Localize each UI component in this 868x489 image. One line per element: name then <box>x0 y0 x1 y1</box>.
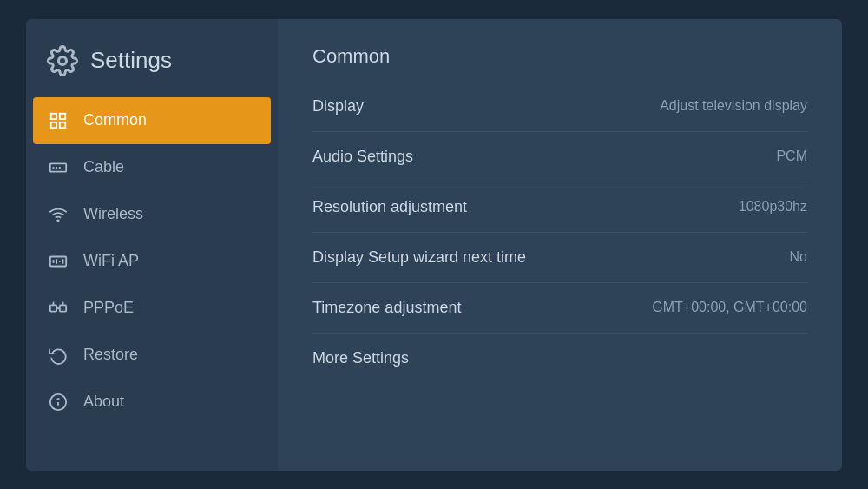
restore-icon <box>47 344 69 367</box>
sidebar-header: Settings <box>26 36 278 97</box>
wifiap-icon <box>47 250 69 273</box>
svg-rect-16 <box>60 305 66 311</box>
sidebar-item-wifiap-label: WiFi AP <box>83 252 139 270</box>
svg-rect-3 <box>51 122 56 127</box>
svg-point-0 <box>59 56 67 64</box>
settings-row-timezone[interactable]: Timezone adjustment GMT+00:00, GMT+00:00 <box>312 283 807 334</box>
sidebar-item-cable-label: Cable <box>83 158 124 176</box>
resolution-value: 1080p30hz <box>739 199 807 215</box>
wizard-label: Display Setup wizard next time <box>312 248 526 267</box>
sidebar-title: Settings <box>90 47 172 74</box>
svg-point-9 <box>57 220 59 221</box>
settings-row-display[interactable]: Display Adjust television display <box>312 82 807 132</box>
section-title: Common <box>312 45 807 68</box>
wizard-value: No <box>790 249 807 265</box>
sidebar: Settings Common Cable <box>26 19 278 471</box>
about-icon <box>47 391 69 413</box>
sidebar-item-pppoe-label: PPPoE <box>83 299 134 317</box>
sidebar-item-restore-label: Restore <box>83 346 138 364</box>
main-content: Common Display Adjust television display… <box>278 19 842 471</box>
display-label: Display <box>312 97 364 116</box>
sidebar-item-about[interactable]: About <box>26 379 278 426</box>
settings-row-more[interactable]: More Settings <box>312 334 807 383</box>
more-label: More Settings <box>312 349 409 367</box>
sidebar-item-about-label: About <box>83 393 124 411</box>
common-icon <box>47 109 69 132</box>
wireless-icon <box>47 203 69 226</box>
pppoe-icon <box>47 297 69 320</box>
settings-list: Display Adjust television display Audio … <box>312 82 807 445</box>
svg-rect-15 <box>50 305 56 311</box>
sidebar-item-common[interactable]: Common <box>33 97 271 144</box>
settings-screen: Settings Common Cable <box>26 19 842 471</box>
settings-row-resolution[interactable]: Resolution adjustment 1080p30hz <box>312 182 807 233</box>
audio-label: Audio Settings <box>312 148 413 166</box>
sidebar-item-wireless-label: Wireless <box>83 205 143 223</box>
cable-icon <box>47 156 69 179</box>
display-value: Adjust television display <box>660 98 807 114</box>
settings-icon <box>47 45 78 76</box>
resolution-label: Resolution adjustment <box>312 198 467 216</box>
sidebar-item-pppoe[interactable]: PPPoE <box>26 285 278 332</box>
svg-rect-2 <box>60 113 65 118</box>
settings-row-audio[interactable]: Audio Settings PCM <box>312 132 807 182</box>
timezone-value: GMT+00:00, GMT+00:00 <box>652 300 807 315</box>
timezone-label: Timezone adjustment <box>312 299 461 317</box>
sidebar-item-restore[interactable]: Restore <box>26 332 278 379</box>
settings-row-wizard[interactable]: Display Setup wizard next time No <box>312 233 807 283</box>
sidebar-item-common-label: Common <box>83 111 147 129</box>
svg-rect-5 <box>50 163 66 171</box>
svg-rect-4 <box>60 122 65 127</box>
sidebar-item-cable[interactable]: Cable <box>26 144 278 191</box>
audio-value: PCM <box>776 149 807 164</box>
sidebar-item-wifiap[interactable]: WiFi AP <box>26 238 278 285</box>
sidebar-item-wireless[interactable]: Wireless <box>26 191 278 238</box>
svg-rect-1 <box>51 113 56 118</box>
